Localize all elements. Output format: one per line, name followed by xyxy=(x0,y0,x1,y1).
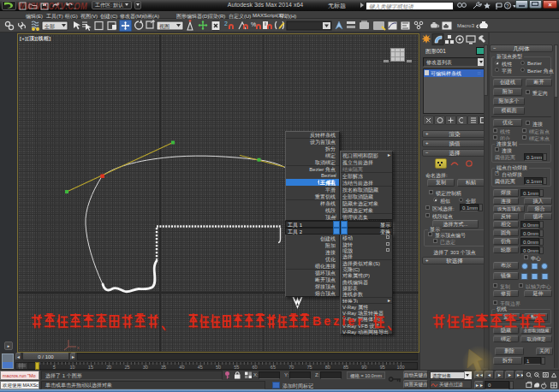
svg-text:x: x xyxy=(77,345,80,350)
svg-text:视图: 视图 xyxy=(159,23,169,30)
svg-text:?: ? xyxy=(506,3,509,9)
svg-text:Macro3: Macro3 xyxy=(457,23,475,28)
svg-text:%: % xyxy=(251,21,256,27)
svg-text:全部: 全部 xyxy=(44,23,55,30)
svg-text:2: 2 xyxy=(224,21,228,27)
